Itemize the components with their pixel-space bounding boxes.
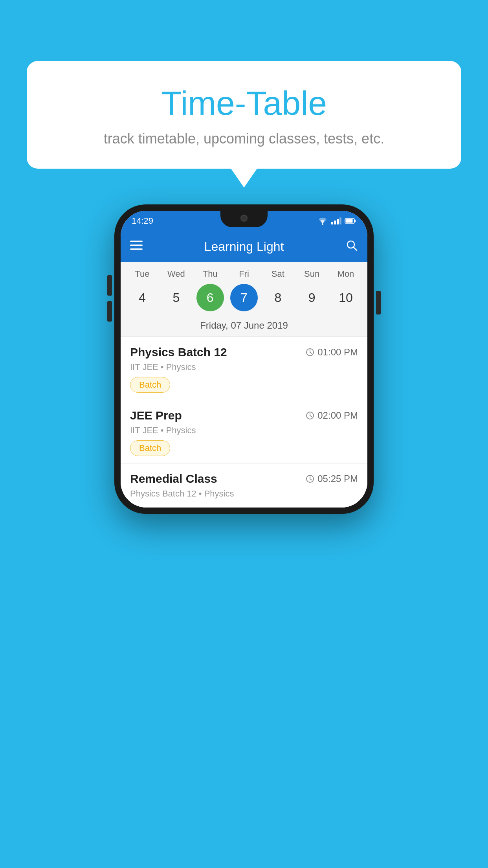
notch <box>220 211 268 227</box>
speech-bubble: Time-Table track timetable, upcoming cla… <box>27 61 461 169</box>
date-9[interactable]: 9 <box>298 284 326 311</box>
svg-rect-6 <box>130 248 143 250</box>
power-button[interactable] <box>376 291 381 314</box>
day-label-sun: Sun <box>298 269 326 279</box>
event-item-remedial[interactable]: Remedial Class 05:25 PM Physics Batch 12… <box>121 463 367 508</box>
event-time-1: 01:00 PM <box>306 347 358 358</box>
clock-icon-3 <box>306 474 314 483</box>
svg-rect-3 <box>354 220 356 222</box>
battery-icon <box>345 217 356 224</box>
event-meta-1: IIT JEE • Physics <box>130 362 358 372</box>
side-buttons <box>376 291 381 314</box>
day-label-mon: Mon <box>332 269 360 279</box>
day-label-sat: Sat <box>264 269 292 279</box>
calendar-dates: 4 5 6 7 8 9 10 <box>121 281 367 317</box>
day-label-wed: Wed <box>162 269 190 279</box>
event-time-text-1: 01:00 PM <box>317 347 358 358</box>
svg-point-0 <box>322 223 323 225</box>
bubble-subtitle: track timetable, upcoming classes, tests… <box>42 131 446 147</box>
calendar-days-header: Tue Wed Thu Fri Sat Sun Mon <box>121 262 367 281</box>
event-title-2: JEE Prep <box>130 409 182 422</box>
event-badge-2: Batch <box>130 440 170 456</box>
events-list: Physics Batch 12 01:00 PM IIT JEE • Phys… <box>121 337 367 508</box>
left-buttons <box>107 275 112 322</box>
event-time-text-2: 02:00 PM <box>317 410 358 421</box>
event-meta-3: Physics Batch 12 • Physics <box>130 489 358 499</box>
volume-up-button[interactable] <box>107 275 112 296</box>
status-bar: 14:29 <box>121 211 367 231</box>
clock-icon-1 <box>306 348 314 357</box>
svg-rect-4 <box>130 241 143 242</box>
date-4[interactable]: 4 <box>128 284 156 311</box>
phone-screen: 14:29 <box>121 211 367 508</box>
event-item-physics-batch[interactable]: Physics Batch 12 01:00 PM IIT JEE • Phys… <box>121 337 367 400</box>
date-10[interactable]: 10 <box>332 284 360 311</box>
clock-icon-2 <box>306 411 314 420</box>
bubble-title: Time-Table <box>42 85 446 122</box>
day-label-fri: Fri <box>230 269 258 279</box>
app-bar-title: Learning Light <box>150 239 338 254</box>
event-title-1: Physics Batch 12 <box>130 346 227 359</box>
event-title-3: Remedial Class <box>130 472 217 485</box>
camera-icon <box>240 215 248 222</box>
phone-outer: 14:29 <box>114 204 374 514</box>
signal-icon <box>331 217 341 224</box>
hamburger-menu-icon[interactable] <box>130 240 143 253</box>
event-badge-1: Batch <box>130 377 170 393</box>
app-bar: Learning Light <box>121 231 367 262</box>
status-time: 14:29 <box>132 216 153 226</box>
search-icon[interactable] <box>345 239 358 254</box>
date-6-today[interactable]: 6 <box>196 284 224 311</box>
date-5[interactable]: 5 <box>162 284 190 311</box>
event-header-2: JEE Prep 02:00 PM <box>130 409 358 422</box>
event-item-jee-prep[interactable]: JEE Prep 02:00 PM IIT JEE • Physics Batc… <box>121 400 367 463</box>
day-label-tue: Tue <box>128 269 156 279</box>
date-8[interactable]: 8 <box>264 284 292 311</box>
date-7-selected[interactable]: 7 <box>230 284 258 311</box>
event-header-1: Physics Batch 12 01:00 PM <box>130 346 358 359</box>
svg-rect-5 <box>130 245 143 246</box>
svg-line-17 <box>310 479 312 480</box>
svg-line-11 <box>310 352 312 353</box>
event-time-3: 05:25 PM <box>306 473 358 484</box>
event-time-2: 02:00 PM <box>306 410 358 421</box>
selected-date-label: Friday, 07 June 2019 <box>121 317 367 337</box>
event-header-3: Remedial Class 05:25 PM <box>130 472 358 485</box>
speech-bubble-container: Time-Table track timetable, upcoming cla… <box>27 61 461 169</box>
phone-mockup: 14:29 <box>114 204 374 514</box>
event-time-text-3: 05:25 PM <box>317 473 358 484</box>
svg-rect-2 <box>346 219 353 223</box>
event-meta-2: IIT JEE • Physics <box>130 425 358 436</box>
wifi-icon <box>317 217 328 225</box>
svg-line-14 <box>310 416 312 417</box>
volume-down-button[interactable] <box>107 301 112 322</box>
status-icons <box>317 217 356 225</box>
calendar-section: Tue Wed Thu Fri Sat Sun Mon 4 5 6 7 8 9 … <box>121 262 367 337</box>
day-label-thu: Thu <box>196 269 224 279</box>
svg-line-8 <box>353 247 357 250</box>
